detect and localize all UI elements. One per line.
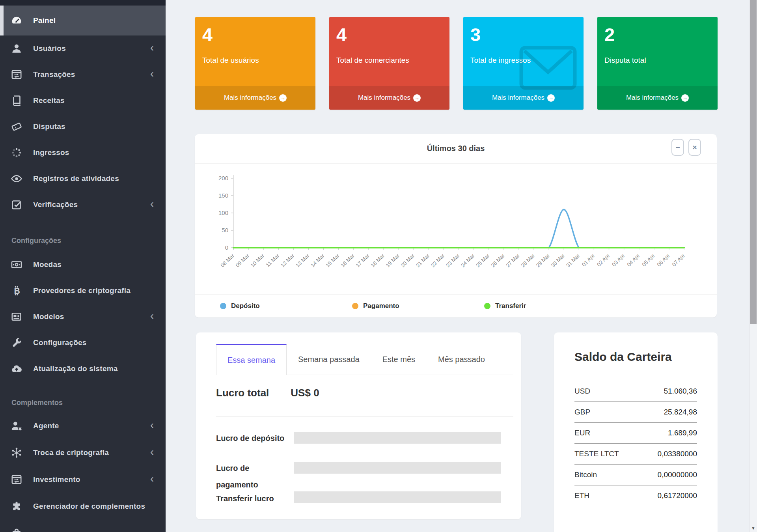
sidebar-item-gerenciador-de-complementos[interactable]: Gerenciador de complementos bbox=[0, 493, 166, 520]
profit-row-label: Transferir lucro bbox=[216, 490, 285, 507]
sidebar-item-ingressos[interactable]: Ingressos bbox=[0, 140, 166, 166]
wallet-currency: GBP bbox=[574, 408, 590, 416]
book-icon bbox=[11, 95, 22, 106]
collapse-button[interactable]: − bbox=[671, 139, 684, 156]
sidebar-item-label: Agente bbox=[33, 422, 59, 430]
sidebar-item-configura-es[interactable]: Configurações bbox=[0, 330, 166, 356]
line-chart: 05010015020008 Mar09 Mar10 Mar11 Mar12 M… bbox=[195, 164, 717, 294]
legend-item-depósito[interactable]: Depósito bbox=[220, 302, 352, 310]
svg-text:19 Mar: 19 Mar bbox=[385, 252, 401, 269]
card-more-label: Mais informações bbox=[358, 94, 410, 102]
wallet-panel: Saldo da Carteira USD51.060,36GBP25.824,… bbox=[554, 332, 718, 532]
svg-text:05 Apr: 05 Apr bbox=[641, 252, 656, 268]
wrench-icon bbox=[11, 337, 22, 349]
sidebar-item-provedores-de-criptografia[interactable]: BProvedores de criptografia bbox=[0, 278, 166, 304]
chart-panel-header: Últimos 30 dias − × bbox=[195, 134, 717, 164]
sidebar-item-label: Usuários bbox=[33, 44, 66, 53]
wallet-rows: USD51.060,36GBP25.824,98EUR1.689,99TESTE… bbox=[574, 381, 697, 506]
stat-card-label: Total de comerciantes bbox=[329, 44, 449, 65]
chevron-left-icon: ‹ bbox=[150, 446, 154, 458]
tab-m-s-passado[interactable]: Mês passado bbox=[427, 344, 496, 375]
sidebar-item-disputas[interactable]: Disputas bbox=[0, 114, 166, 140]
card-more-label: Mais informações bbox=[626, 94, 679, 102]
sidebar-item-transa-es[interactable]: Transações‹ bbox=[0, 62, 166, 88]
chevron-left-icon: ‹ bbox=[150, 310, 154, 322]
svg-text:11 Mar: 11 Mar bbox=[265, 252, 281, 268]
main-content: 4Total de usuáriosMais informações→4Tota… bbox=[166, 0, 749, 532]
tab-este-m-s[interactable]: Este mês bbox=[371, 344, 427, 375]
arrow-circle-right-icon: → bbox=[279, 94, 287, 102]
sidebar-item-usu-rios[interactable]: Usuários‹ bbox=[0, 35, 166, 62]
stat-card-value: 4 bbox=[195, 17, 315, 44]
money-icon bbox=[11, 259, 22, 271]
card-more-link[interactable]: Mais informações→ bbox=[329, 86, 449, 110]
sidebar-item-troca-de-criptografia[interactable]: Troca de criptografia‹ bbox=[0, 439, 166, 466]
sidebar-item-moedas[interactable]: Moedas bbox=[0, 252, 166, 278]
profit-row-label: Lucro de depósito bbox=[216, 430, 285, 446]
svg-text:07 Apr: 07 Apr bbox=[671, 252, 686, 268]
progress-bar bbox=[294, 462, 501, 474]
sidebar-item-painel[interactable]: Painel bbox=[0, 6, 166, 35]
sidebar-item-label: Troca de criptografia bbox=[33, 448, 109, 457]
sidebar-item-label: Transações bbox=[33, 70, 75, 79]
sidebar-item-receitas[interactable]: Receitas bbox=[0, 88, 166, 114]
svg-text:14 Mar: 14 Mar bbox=[310, 252, 326, 269]
stat-card: 3Total de ingressosMais informações→ bbox=[463, 17, 584, 110]
card-more-label: Mais informações bbox=[224, 94, 276, 102]
card-more-label: Mais informações bbox=[492, 94, 544, 102]
tab-semana-passada[interactable]: Semana passada bbox=[287, 344, 371, 375]
sidebar-item-atualiza-o-do-sistema[interactable]: Atualização do sistema bbox=[0, 356, 166, 382]
close-button[interactable]: × bbox=[688, 139, 701, 156]
svg-text:24 Mar: 24 Mar bbox=[460, 252, 476, 269]
wallet-row-usd: USD51.060,36 bbox=[574, 381, 697, 402]
stat-card: 4Total de usuáriosMais informações→ bbox=[195, 17, 315, 110]
profit-panel: Essa semanaSemana passadaEste mêsMês pas… bbox=[196, 332, 521, 519]
svg-text:02 Apr: 02 Apr bbox=[596, 252, 611, 268]
arrow-circle-right-icon: → bbox=[547, 94, 555, 102]
legend-dot-icon bbox=[220, 303, 226, 309]
svg-text:150: 150 bbox=[218, 192, 228, 199]
svg-text:0: 0 bbox=[225, 244, 228, 251]
sidebar-item-label: Ingressos bbox=[33, 148, 69, 157]
svg-text:23 Mar: 23 Mar bbox=[445, 252, 461, 269]
page-scrollbar: ▼ bbox=[749, 0, 757, 532]
window-arrows-icon bbox=[11, 69, 22, 80]
card-more-link[interactable]: Mais informações→ bbox=[463, 86, 584, 110]
sidebar-item-label: Disputas bbox=[33, 122, 65, 131]
svg-text:25 Mar: 25 Mar bbox=[475, 252, 491, 269]
chevron-left-icon: ‹ bbox=[150, 68, 154, 80]
chart-panel: Últimos 30 dias − × 05010015020008 Mar09… bbox=[195, 134, 717, 317]
sidebar-item-modelos[interactable]: Modelos‹ bbox=[0, 304, 166, 330]
svg-text:22 Mar: 22 Mar bbox=[430, 252, 446, 269]
sidebar-item-verifica-es[interactable]: Verificações‹ bbox=[0, 192, 166, 218]
svg-text:04 Apr: 04 Apr bbox=[626, 252, 641, 268]
wallet-currency: ETH bbox=[574, 491, 589, 500]
tab-essa-semana[interactable]: Essa semana bbox=[216, 344, 287, 375]
sidebar-item-investimento[interactable]: Investimento‹ bbox=[0, 466, 166, 493]
svg-text:09 Mar: 09 Mar bbox=[235, 252, 251, 269]
legend-label: Pagamento bbox=[363, 302, 399, 310]
card-more-link[interactable]: Mais informações→ bbox=[597, 86, 718, 110]
wallet-amount: 51.060,36 bbox=[664, 387, 697, 396]
sidebar-item-agente[interactable]: Agente‹ bbox=[0, 413, 166, 439]
tachometer-icon bbox=[11, 15, 22, 26]
sidebar-section-header: Configurações bbox=[0, 230, 166, 252]
sidebar-item-registros-de-atividades[interactable]: Registros de atividades bbox=[0, 166, 166, 192]
card-more-link[interactable]: Mais informações→ bbox=[195, 86, 315, 110]
profit-total-value: US$ 0 bbox=[291, 387, 319, 399]
wallet-amount: 0,61720000 bbox=[658, 491, 697, 500]
sidebar-item-partial[interactable] bbox=[0, 520, 166, 532]
molecule-icon bbox=[11, 447, 22, 459]
svg-text:27 Mar: 27 Mar bbox=[505, 252, 521, 269]
sidebar-item-label: Painel bbox=[33, 16, 56, 25]
wallet-row-teste-ltct: TESTE LTCT0,03380000 bbox=[574, 444, 697, 465]
sidebar-top-strip bbox=[0, 0, 166, 6]
legend-dot-icon bbox=[352, 303, 358, 309]
svg-text:21 Mar: 21 Mar bbox=[415, 252, 431, 269]
scrollbar-down-button[interactable]: ▼ bbox=[750, 524, 757, 532]
legend-item-transferir[interactable]: Transferir bbox=[484, 302, 616, 310]
svg-text:16 Mar: 16 Mar bbox=[339, 252, 356, 269]
scrollbar-thumb[interactable] bbox=[750, 0, 757, 324]
arrow-circle-right-icon: → bbox=[413, 94, 421, 102]
legend-item-pagamento[interactable]: Pagamento bbox=[352, 302, 484, 310]
